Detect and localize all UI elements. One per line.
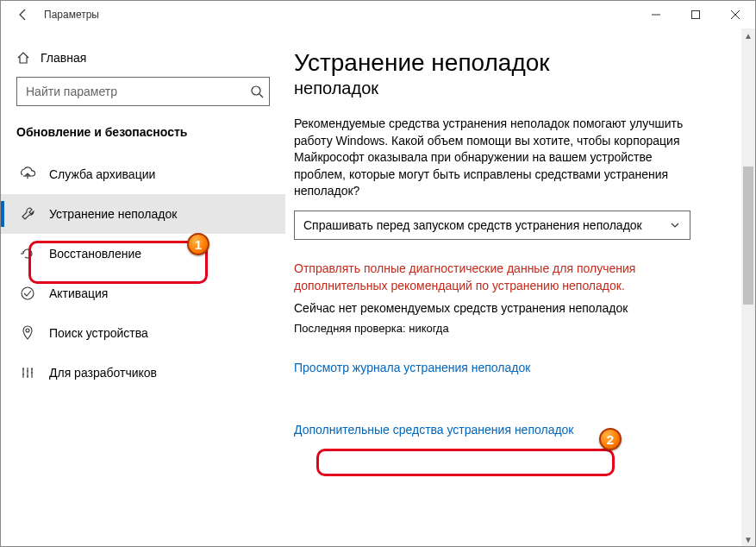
sidebar-item-troubleshoot[interactable]: Устранение неполадок [1, 194, 285, 234]
svg-point-4 [22, 287, 34, 299]
view-history-link[interactable]: Просмотр журнала устранения неполадок [294, 361, 731, 374]
page-title: Устранение неполадок [294, 49, 731, 77]
sidebar-item-label: Устранение неполадок [49, 207, 177, 221]
sidebar-item-label: Поиск устройства [49, 326, 148, 340]
scroll-thumb[interactable] [743, 167, 753, 305]
last-check-text: Последняя проверка: никогда [294, 322, 731, 335]
sidebar-item-recovery[interactable]: Восстановление [1, 234, 285, 274]
search-input[interactable]: Найти параметр [16, 77, 270, 106]
diagnostic-warning: Отправлять полные диагностические данные… [294, 261, 699, 294]
developer-icon [20, 365, 35, 380]
sidebar-item-backup[interactable]: Служба архивации [1, 154, 285, 194]
window-title: Параметры [44, 9, 99, 21]
additional-troubleshooters-link[interactable]: Дополнительные средства устранения непол… [294, 423, 574, 437]
wrench-icon [20, 206, 35, 222]
sidebar-section-title: Обновление и безопасность [1, 122, 285, 148]
sidebar-item-label: Активация [49, 286, 108, 300]
svg-line-3 [259, 94, 263, 97]
svg-rect-1 [692, 11, 700, 19]
scroll-up-arrow[interactable]: ▲ [741, 28, 755, 42]
backup-icon [20, 167, 35, 182]
sidebar-nav: Служба архивации Устранение неполадок Во… [1, 148, 285, 393]
sidebar-item-findmydevice[interactable]: Поиск устройства [1, 313, 285, 353]
sidebar-home[interactable]: Главная [1, 44, 285, 77]
chevron-down-icon [669, 219, 681, 231]
recovery-icon [20, 246, 35, 261]
activation-icon [20, 286, 35, 301]
no-recommended-text: Сейчас нет рекомендуемых средств устране… [294, 301, 731, 315]
settings-window: Параметры Главная Найти параметр [0, 0, 756, 547]
sidebar-item-label: Служба архивации [49, 167, 155, 181]
sidebar-item-developers[interactable]: Для разработчиков [1, 353, 285, 393]
svg-point-2 [252, 86, 260, 95]
sidebar-home-label: Главная [41, 51, 86, 65]
content-pane: Устранение неполадок неполадок Рекоменду… [285, 28, 755, 546]
sidebar: Главная Найти параметр Обновление и безо… [1, 28, 285, 546]
maximize-button[interactable] [676, 1, 715, 28]
search-icon [250, 85, 264, 98]
page-subtitle: неполадок [294, 79, 731, 98]
troubleshoot-preference-select[interactable]: Спрашивать перед запуском средств устран… [294, 211, 690, 240]
home-icon [16, 51, 30, 65]
sidebar-item-activation[interactable]: Активация [1, 274, 285, 313]
sidebar-item-label: Восстановление [49, 247, 141, 261]
close-button[interactable] [715, 1, 755, 28]
location-icon [20, 325, 35, 341]
select-value: Спрашивать перед запуском средств устран… [303, 218, 669, 232]
intro-text: Рекомендуемые средства устранения непола… [294, 116, 699, 200]
search-placeholder: Найти параметр [26, 85, 250, 98]
minimize-button[interactable] [636, 1, 676, 28]
back-button[interactable] [8, 1, 39, 28]
svg-point-5 [26, 329, 29, 332]
vertical-scrollbar[interactable]: ▲ ▼ [741, 28, 755, 546]
titlebar: Параметры [1, 1, 755, 28]
scroll-down-arrow[interactable]: ▼ [741, 532, 755, 546]
sidebar-item-label: Для разработчиков [49, 366, 157, 380]
